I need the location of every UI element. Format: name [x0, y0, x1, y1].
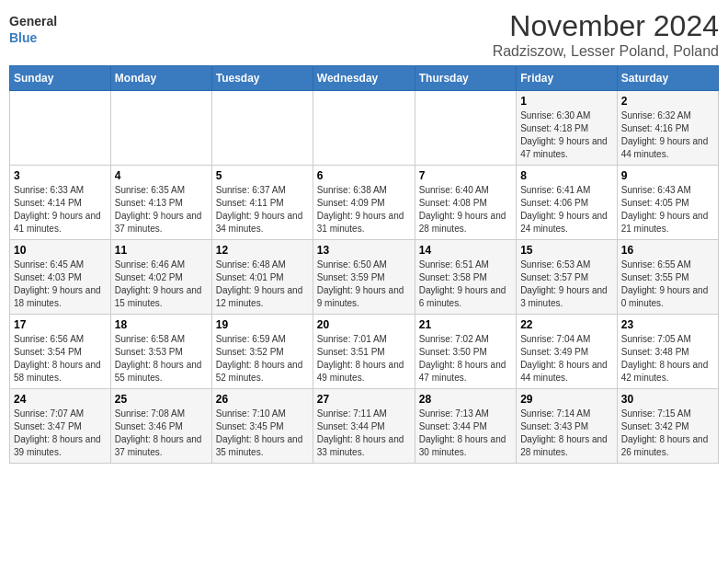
day-number: 16	[621, 244, 714, 257]
day-info: Sunrise: 7:08 AM Sunset: 3:46 PM Dayligh…	[115, 408, 208, 459]
calendar-cell	[110, 91, 211, 166]
calendar-cell: 16Sunrise: 6:55 AM Sunset: 3:55 PM Dayli…	[617, 240, 718, 315]
day-info: Sunrise: 7:07 AM Sunset: 3:47 PM Dayligh…	[14, 408, 107, 459]
day-number: 13	[317, 244, 411, 257]
day-info: Sunrise: 7:14 AM Sunset: 3:43 PM Dayligh…	[520, 408, 613, 459]
svg-text:General: General	[9, 14, 57, 29]
header: GeneralBlue November 2024 Radziszow, Les…	[9, 9, 719, 60]
day-number: 11	[115, 244, 208, 257]
calendar-week-row: 3Sunrise: 6:33 AM Sunset: 4:14 PM Daylig…	[10, 166, 719, 240]
day-info: Sunrise: 7:15 AM Sunset: 3:42 PM Dayligh…	[621, 408, 714, 459]
calendar-cell: 26Sunrise: 7:10 AM Sunset: 3:45 PM Dayli…	[211, 389, 313, 464]
calendar-cell: 25Sunrise: 7:08 AM Sunset: 3:46 PM Dayli…	[110, 389, 211, 464]
day-number: 4	[115, 169, 208, 182]
day-number: 21	[419, 318, 512, 331]
calendar-cell: 17Sunrise: 6:56 AM Sunset: 3:54 PM Dayli…	[10, 315, 111, 389]
day-number: 24	[14, 393, 107, 406]
day-number: 9	[621, 169, 714, 182]
day-number: 28	[419, 393, 512, 406]
calendar-cell: 10Sunrise: 6:45 AM Sunset: 4:03 PM Dayli…	[10, 240, 111, 315]
weekday-header: Monday	[110, 66, 211, 91]
day-number: 22	[520, 318, 613, 331]
calendar-cell: 29Sunrise: 7:14 AM Sunset: 3:43 PM Dayli…	[517, 389, 618, 464]
day-info: Sunrise: 6:55 AM Sunset: 3:55 PM Dayligh…	[621, 259, 714, 310]
weekday-header: Saturday	[617, 66, 718, 91]
header-row: SundayMondayTuesdayWednesdayThursdayFrid…	[10, 66, 719, 91]
calendar-cell: 28Sunrise: 7:13 AM Sunset: 3:44 PM Dayli…	[415, 389, 516, 464]
calendar-cell: 4Sunrise: 6:35 AM Sunset: 4:13 PM Daylig…	[110, 166, 211, 240]
day-info: Sunrise: 6:32 AM Sunset: 4:16 PM Dayligh…	[621, 109, 714, 161]
calendar-cell	[211, 91, 313, 166]
day-info: Sunrise: 6:43 AM Sunset: 4:05 PM Dayligh…	[621, 184, 714, 236]
calendar-cell: 9Sunrise: 6:43 AM Sunset: 4:05 PM Daylig…	[617, 166, 718, 240]
day-info: Sunrise: 7:10 AM Sunset: 3:45 PM Dayligh…	[216, 408, 309, 459]
svg-marker-3	[61, 17, 72, 28]
day-info: Sunrise: 6:30 AM Sunset: 4:18 PM Dayligh…	[520, 109, 613, 161]
day-info: Sunrise: 6:46 AM Sunset: 4:02 PM Dayligh…	[115, 259, 208, 310]
day-info: Sunrise: 6:50 AM Sunset: 3:59 PM Dayligh…	[317, 259, 411, 310]
day-info: Sunrise: 6:33 AM Sunset: 4:14 PM Dayligh…	[14, 184, 107, 236]
weekday-header: Thursday	[415, 66, 516, 91]
day-info: Sunrise: 7:05 AM Sunset: 3:48 PM Dayligh…	[621, 333, 714, 385]
day-info: Sunrise: 6:40 AM Sunset: 4:08 PM Dayligh…	[419, 184, 512, 236]
calendar-cell: 15Sunrise: 6:53 AM Sunset: 3:57 PM Dayli…	[517, 240, 618, 315]
day-number: 6	[317, 169, 411, 182]
calendar-cell	[313, 91, 415, 166]
day-number: 19	[216, 318, 309, 331]
day-info: Sunrise: 6:48 AM Sunset: 4:01 PM Dayligh…	[216, 259, 309, 310]
day-number: 17	[14, 318, 107, 331]
day-number: 30	[621, 393, 714, 406]
calendar-cell: 5Sunrise: 6:37 AM Sunset: 4:11 PM Daylig…	[211, 166, 313, 240]
calendar-cell: 13Sunrise: 6:50 AM Sunset: 3:59 PM Dayli…	[313, 240, 415, 315]
day-number: 23	[621, 318, 714, 331]
calendar-cell: 8Sunrise: 6:41 AM Sunset: 4:06 PM Daylig…	[517, 166, 618, 240]
day-number: 26	[216, 393, 309, 406]
day-info: Sunrise: 6:38 AM Sunset: 4:09 PM Dayligh…	[317, 184, 411, 236]
svg-text:Blue: Blue	[9, 30, 38, 45]
day-number: 18	[115, 318, 208, 331]
weekday-header: Friday	[517, 66, 618, 91]
day-number: 29	[520, 393, 613, 406]
day-number: 5	[216, 169, 309, 182]
day-number: 14	[419, 244, 512, 257]
day-number: 25	[115, 393, 208, 406]
day-info: Sunrise: 6:51 AM Sunset: 3:58 PM Dayligh…	[419, 259, 512, 310]
logo: GeneralBlue	[9, 9, 74, 50]
calendar-cell: 27Sunrise: 7:11 AM Sunset: 3:44 PM Dayli…	[313, 389, 415, 464]
day-info: Sunrise: 7:02 AM Sunset: 3:50 PM Dayligh…	[419, 333, 512, 385]
day-number: 2	[621, 95, 714, 108]
logo-svg: GeneralBlue	[9, 9, 74, 50]
calendar-cell: 24Sunrise: 7:07 AM Sunset: 3:47 PM Dayli…	[10, 389, 111, 464]
calendar-week-row: 17Sunrise: 6:56 AM Sunset: 3:54 PM Dayli…	[10, 315, 719, 389]
day-info: Sunrise: 6:56 AM Sunset: 3:54 PM Dayligh…	[14, 333, 107, 385]
day-info: Sunrise: 6:58 AM Sunset: 3:53 PM Dayligh…	[115, 333, 208, 385]
day-info: Sunrise: 6:41 AM Sunset: 4:06 PM Dayligh…	[520, 184, 613, 236]
calendar-cell	[10, 91, 111, 166]
calendar-cell	[415, 91, 516, 166]
calendar-cell: 14Sunrise: 6:51 AM Sunset: 3:58 PM Dayli…	[415, 240, 516, 315]
calendar-cell: 21Sunrise: 7:02 AM Sunset: 3:50 PM Dayli…	[415, 315, 516, 389]
title-area: November 2024 Radziszow, Lesser Poland, …	[493, 9, 719, 60]
calendar-week-row: 10Sunrise: 6:45 AM Sunset: 4:03 PM Dayli…	[10, 240, 719, 315]
calendar-cell: 3Sunrise: 6:33 AM Sunset: 4:14 PM Daylig…	[10, 166, 111, 240]
day-number: 12	[216, 244, 309, 257]
calendar-table: SundayMondayTuesdayWednesdayThursdayFrid…	[9, 65, 719, 464]
weekday-header: Wednesday	[313, 66, 415, 91]
day-info: Sunrise: 6:59 AM Sunset: 3:52 PM Dayligh…	[216, 333, 309, 385]
day-number: 20	[317, 318, 411, 331]
calendar-cell: 19Sunrise: 6:59 AM Sunset: 3:52 PM Dayli…	[211, 315, 313, 389]
day-number: 8	[520, 169, 613, 182]
calendar-cell: 20Sunrise: 7:01 AM Sunset: 3:51 PM Dayli…	[313, 315, 415, 389]
calendar-cell: 30Sunrise: 7:15 AM Sunset: 3:42 PM Dayli…	[617, 389, 718, 464]
day-info: Sunrise: 7:04 AM Sunset: 3:49 PM Dayligh…	[520, 333, 613, 385]
day-info: Sunrise: 7:13 AM Sunset: 3:44 PM Dayligh…	[419, 408, 512, 459]
calendar-cell: 11Sunrise: 6:46 AM Sunset: 4:02 PM Dayli…	[110, 240, 211, 315]
month-title: November 2024	[493, 9, 719, 43]
weekday-header: Sunday	[10, 66, 111, 91]
day-number: 27	[317, 393, 411, 406]
calendar-cell: 22Sunrise: 7:04 AM Sunset: 3:49 PM Dayli…	[517, 315, 618, 389]
day-info: Sunrise: 6:53 AM Sunset: 3:57 PM Dayligh…	[520, 259, 613, 310]
day-info: Sunrise: 7:01 AM Sunset: 3:51 PM Dayligh…	[317, 333, 411, 385]
day-info: Sunrise: 6:45 AM Sunset: 4:03 PM Dayligh…	[14, 259, 107, 310]
day-info: Sunrise: 7:11 AM Sunset: 3:44 PM Dayligh…	[317, 408, 411, 459]
